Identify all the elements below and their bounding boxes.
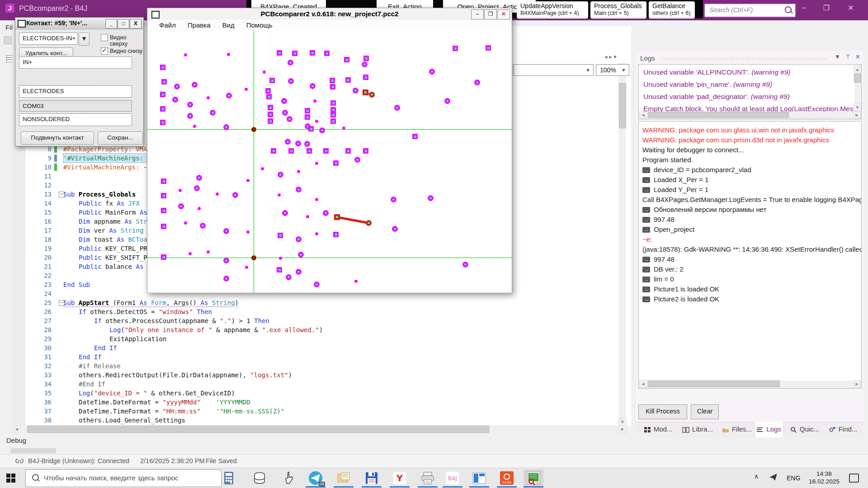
pcb-close-button[interactable]: ✕ — [497, 9, 510, 19]
module-combo[interactable]: ▼ — [513, 64, 594, 76]
highlight-point[interactable] — [334, 214, 340, 220]
pad-square[interactable] — [160, 92, 165, 97]
contact-dialog-titlebar[interactable]: Контакт: #59; 'IN+'... _ □ X — [15, 18, 143, 29]
code-line-25[interactable]: 25−Sub AppStart (Form1 As Form, Args() A… — [13, 298, 618, 307]
hole-ring[interactable] — [223, 124, 229, 130]
printer-icon[interactable] — [418, 469, 438, 487]
log-hscroll-thumb[interactable] — [648, 380, 780, 387]
pad-square[interactable] — [324, 51, 330, 56]
code-line-36[interactable]: 36DateTime.DateFormat = "yyyyMMdd" 'YYYY… — [13, 398, 618, 407]
pcb-menu-вид[interactable]: Вид — [222, 21, 235, 29]
hole-ring[interactable] — [187, 113, 193, 119]
pad-square[interactable] — [308, 126, 314, 131]
pad-square[interactable] — [269, 78, 275, 83]
pad-square[interactable] — [323, 148, 329, 154]
pcb-menu-помощь[interactable]: Помощь — [246, 21, 273, 29]
window-icon[interactable] — [469, 469, 489, 487]
pad-square[interactable] — [161, 224, 166, 229]
pad-square[interactable] — [305, 114, 310, 120]
via-dot[interactable] — [306, 215, 309, 218]
ide-minimize-button[interactable]: – — [795, 4, 813, 12]
pcb-app-icon[interactable] — [524, 469, 543, 487]
code-line-31[interactable]: 31End If — [13, 352, 618, 361]
pad-square[interactable] — [486, 45, 491, 51]
hole-ring[interactable] — [429, 69, 435, 75]
via-dot[interactable] — [189, 252, 192, 255]
via-dot[interactable] — [354, 280, 358, 283]
pad-square[interactable] — [344, 57, 349, 62]
via-dot[interactable] — [246, 179, 250, 182]
pad-square[interactable] — [363, 148, 368, 154]
via-dot[interactable] — [198, 207, 201, 210]
scroll-left-icon[interactable]: ◄ — [639, 111, 647, 118]
editor-vscroll-thumb[interactable] — [619, 83, 626, 128]
via-dot[interactable] — [227, 53, 230, 56]
hole-ring[interactable] — [223, 228, 229, 234]
pad-square[interactable] — [330, 78, 335, 83]
hole-ring[interactable] — [285, 139, 291, 145]
hole-ring[interactable] — [210, 110, 216, 116]
pad-square[interactable] — [277, 50, 282, 56]
hole-ring[interactable] — [288, 60, 293, 66]
scroll-left-icon[interactable]: ◄ — [639, 380, 647, 388]
tab-updateappversion[interactable]: UpdateAppVersionB4XMainPage (ctrl + 4) — [517, 1, 588, 19]
pad-square[interactable] — [345, 148, 351, 154]
pad-square[interactable] — [412, 134, 418, 139]
hole-ring[interactable] — [314, 282, 320, 287]
tab-getbalance[interactable]: GetBalanceothers (ctrl + 6) — [649, 1, 695, 19]
via-dot[interactable] — [315, 120, 318, 123]
pad-square[interactable] — [310, 50, 315, 56]
pad-square[interactable] — [330, 84, 335, 89]
warnings-box[interactable]: Unused variable 'ALLPINCOUNT'. (warning … — [638, 64, 862, 119]
code-line-33[interactable]: 33others.RedirectOutput(File.DirData(app… — [13, 371, 618, 380]
hole-ring[interactable] — [474, 80, 480, 85]
via-dot[interactable] — [261, 167, 264, 170]
pad-square[interactable] — [330, 118, 336, 124]
via-dot[interactable] — [263, 70, 266, 74]
hole-ring[interactable] — [278, 172, 283, 178]
pad-square[interactable] — [305, 108, 310, 113]
calculator-icon[interactable] — [219, 469, 239, 487]
component-name-field[interactable]: ELECTRODES — [19, 85, 132, 98]
hole-ring[interactable] — [391, 197, 396, 202]
code-line-32[interactable]: 32#if Release — [13, 361, 618, 371]
pad-square[interactable] — [268, 118, 273, 124]
debug-scroll-thumb[interactable] — [11, 448, 56, 453]
pcb-menu-правка[interactable]: Правка — [188, 21, 211, 29]
hole-ring[interactable] — [187, 102, 193, 108]
start-button[interactable] — [6, 474, 15, 483]
panel-tab-libra[interactable]: Libra... — [679, 422, 717, 437]
via-dot[interactable] — [315, 198, 318, 201]
hole-ring[interactable] — [172, 97, 178, 103]
hole-ring[interactable] — [232, 192, 238, 198]
pad-square[interactable] — [363, 75, 368, 80]
warnings-vscroll-thumb[interactable] — [854, 74, 861, 83]
tray-expand-icon[interactable]: ∧ — [754, 473, 759, 480]
via-dot[interactable] — [216, 192, 219, 196]
hole-ring[interactable] — [310, 83, 316, 89]
pad-square[interactable] — [160, 106, 165, 112]
ubuntu-icon[interactable]: 24.04 — [497, 469, 517, 487]
scroll-down-icon[interactable]: ▼ — [854, 103, 861, 111]
pad-combo[interactable]: ELECTRODES-IN+ — [19, 33, 78, 45]
panel-tab-files[interactable]: Files... — [719, 422, 755, 437]
save-button[interactable]: Сохран... — [98, 131, 143, 145]
pad-square[interactable] — [265, 88, 271, 94]
via-dot[interactable] — [245, 266, 248, 269]
zoom-combo[interactable]: 100%▼ — [596, 64, 629, 76]
move-contact-button[interactable]: Подвинуть контакт — [21, 131, 94, 145]
dialog-close-button[interactable]: X — [130, 19, 142, 28]
hole-ring[interactable] — [287, 116, 292, 122]
pcb-maximize-button[interactable]: ❐ — [484, 9, 497, 19]
pad-square[interactable] — [161, 208, 166, 213]
ide-maximize-button[interactable]: ❐ — [817, 4, 835, 12]
code-line-38[interactable]: 38others.Load_General_Settings — [13, 416, 618, 425]
net-name-field[interactable]: IN+ — [19, 56, 132, 69]
code-line-29[interactable]: 29ExitApplication — [13, 334, 618, 343]
code-line-27[interactable]: 27If others.ProcessCount(appname & ".") … — [13, 316, 618, 325]
via-dot[interactable] — [184, 221, 187, 225]
pad-square[interactable] — [333, 160, 339, 166]
hole-ring[interactable] — [296, 269, 302, 275]
via-dot[interactable] — [207, 96, 210, 99]
pad-square[interactable] — [266, 94, 272, 99]
